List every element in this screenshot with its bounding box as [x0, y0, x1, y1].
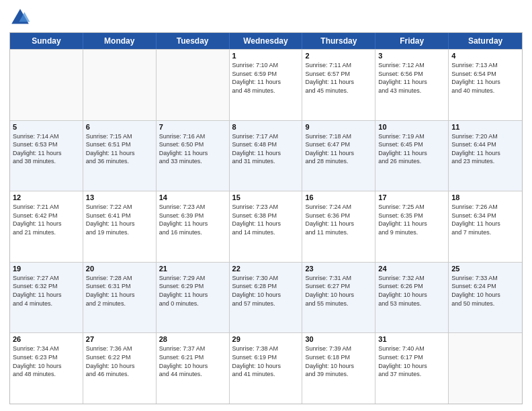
day-number: 27 — [86, 335, 153, 343]
calendar-cell-3-1: 12Sunrise: 7:21 AM Sunset: 6:42 PM Dayli… — [10, 191, 83, 262]
calendar-cell-4-3: 21Sunrise: 7:29 AM Sunset: 6:29 PM Dayli… — [157, 263, 230, 333]
day-number: 13 — [86, 193, 153, 201]
header-day-tuesday: Tuesday — [157, 33, 230, 49]
day-number: 21 — [159, 265, 226, 273]
day-number: 16 — [305, 193, 372, 201]
day-number: 10 — [378, 123, 445, 131]
day-info: Sunrise: 7:10 AM Sunset: 6:59 PM Dayligh… — [232, 61, 300, 95]
calendar-row-5: 26Sunrise: 7:34 AM Sunset: 6:23 PM Dayli… — [10, 332, 522, 404]
day-number: 20 — [86, 265, 153, 273]
day-number: 15 — [232, 193, 300, 201]
calendar-header: SundayMondayTuesdayWednesdayThursdayFrid… — [10, 33, 522, 49]
day-number: 18 — [451, 193, 519, 201]
day-info: Sunrise: 7:25 AM Sunset: 6:35 PM Dayligh… — [378, 203, 445, 236]
day-number: 31 — [378, 335, 445, 343]
calendar-cell-3-3: 14Sunrise: 7:23 AM Sunset: 6:39 PM Dayli… — [157, 191, 230, 262]
day-info: Sunrise: 7:14 AM Sunset: 6:53 PM Dayligh… — [13, 132, 80, 166]
day-info: Sunrise: 7:21 AM Sunset: 6:42 PM Dayligh… — [13, 203, 80, 236]
day-number: 9 — [305, 123, 372, 131]
calendar-cell-3-7: 18Sunrise: 7:26 AM Sunset: 6:34 PM Dayli… — [449, 191, 522, 262]
calendar-cell-2-3: 7Sunrise: 7:16 AM Sunset: 6:50 PM Daylig… — [157, 121, 230, 191]
calendar-cell-5-4: 29Sunrise: 7:38 AM Sunset: 6:19 PM Dayli… — [230, 333, 303, 404]
header — [9, 7, 523, 28]
calendar-cell-5-6: 31Sunrise: 7:40 AM Sunset: 6:17 PM Dayli… — [375, 333, 449, 404]
calendar-cell-4-2: 20Sunrise: 7:28 AM Sunset: 6:31 PM Dayli… — [83, 263, 157, 333]
calendar-cell-4-1: 19Sunrise: 7:27 AM Sunset: 6:32 PM Dayli… — [10, 263, 83, 333]
day-info: Sunrise: 7:15 AM Sunset: 6:51 PM Dayligh… — [86, 132, 153, 166]
day-info: Sunrise: 7:36 AM Sunset: 6:22 PM Dayligh… — [86, 345, 153, 378]
header-day-friday: Friday — [375, 33, 449, 49]
header-day-thursday: Thursday — [302, 33, 375, 49]
day-number: 28 — [159, 335, 226, 343]
day-number: 19 — [13, 265, 80, 273]
day-info: Sunrise: 7:27 AM Sunset: 6:32 PM Dayligh… — [13, 274, 80, 308]
calendar-cell-4-5: 23Sunrise: 7:31 AM Sunset: 6:27 PM Dayli… — [302, 263, 375, 333]
calendar-cell-2-6: 10Sunrise: 7:19 AM Sunset: 6:45 PM Dayli… — [375, 121, 449, 191]
day-info: Sunrise: 7:31 AM Sunset: 6:27 PM Dayligh… — [305, 274, 372, 308]
day-number: 24 — [378, 265, 445, 273]
calendar-cell-5-1: 26Sunrise: 7:34 AM Sunset: 6:23 PM Dayli… — [10, 333, 83, 404]
calendar-row-1: 1Sunrise: 7:10 AM Sunset: 6:59 PM Daylig… — [10, 49, 522, 120]
calendar-cell-4-6: 24Sunrise: 7:32 AM Sunset: 6:26 PM Dayli… — [375, 263, 449, 333]
header-day-monday: Monday — [83, 33, 157, 49]
day-number: 22 — [232, 265, 300, 273]
calendar-cell-5-7 — [449, 333, 522, 404]
calendar-cell-2-4: 8Sunrise: 7:17 AM Sunset: 6:48 PM Daylig… — [230, 121, 303, 191]
day-number: 26 — [13, 335, 80, 343]
calendar-cell-1-3 — [157, 50, 230, 120]
day-number: 30 — [305, 335, 372, 343]
day-number: 25 — [451, 265, 519, 273]
day-number: 17 — [378, 193, 445, 201]
day-info: Sunrise: 7:29 AM Sunset: 6:29 PM Dayligh… — [159, 274, 226, 308]
day-info: Sunrise: 7:12 AM Sunset: 6:56 PM Dayligh… — [378, 61, 445, 95]
day-info: Sunrise: 7:11 AM Sunset: 6:57 PM Dayligh… — [305, 61, 372, 95]
calendar-cell-1-1 — [10, 50, 83, 120]
calendar-cell-1-5: 2Sunrise: 7:11 AM Sunset: 6:57 PM Daylig… — [302, 50, 375, 120]
header-day-sunday: Sunday — [10, 33, 83, 49]
day-info: Sunrise: 7:16 AM Sunset: 6:50 PM Dayligh… — [159, 132, 226, 166]
day-info: Sunrise: 7:23 AM Sunset: 6:38 PM Dayligh… — [232, 203, 300, 236]
day-info: Sunrise: 7:30 AM Sunset: 6:28 PM Dayligh… — [232, 274, 300, 308]
header-day-wednesday: Wednesday — [230, 33, 303, 49]
day-number: 6 — [86, 123, 153, 131]
calendar-cell-4-7: 25Sunrise: 7:33 AM Sunset: 6:24 PM Dayli… — [449, 263, 522, 333]
day-number: 29 — [232, 335, 300, 343]
calendar-cell-1-4: 1Sunrise: 7:10 AM Sunset: 6:59 PM Daylig… — [230, 50, 303, 120]
calendar-cell-1-6: 3Sunrise: 7:12 AM Sunset: 6:56 PM Daylig… — [375, 50, 449, 120]
calendar-cell-5-2: 27Sunrise: 7:36 AM Sunset: 6:22 PM Dayli… — [83, 333, 157, 404]
calendar-cell-2-5: 9Sunrise: 7:18 AM Sunset: 6:47 PM Daylig… — [302, 121, 375, 191]
day-info: Sunrise: 7:37 AM Sunset: 6:21 PM Dayligh… — [159, 345, 226, 378]
calendar-cell-4-4: 22Sunrise: 7:30 AM Sunset: 6:28 PM Dayli… — [230, 263, 303, 333]
day-number: 5 — [13, 123, 80, 131]
calendar-cell-3-2: 13Sunrise: 7:22 AM Sunset: 6:41 PM Dayli… — [83, 191, 157, 262]
calendar-row-4: 19Sunrise: 7:27 AM Sunset: 6:32 PM Dayli… — [10, 262, 522, 333]
calendar-cell-3-4: 15Sunrise: 7:23 AM Sunset: 6:38 PM Dayli… — [230, 191, 303, 262]
day-info: Sunrise: 7:18 AM Sunset: 6:47 PM Dayligh… — [305, 132, 372, 166]
calendar-cell-1-2 — [83, 50, 157, 120]
day-info: Sunrise: 7:38 AM Sunset: 6:19 PM Dayligh… — [232, 345, 300, 378]
day-info: Sunrise: 7:22 AM Sunset: 6:41 PM Dayligh… — [86, 203, 153, 236]
day-number: 23 — [305, 265, 372, 273]
day-number: 2 — [305, 52, 372, 60]
day-info: Sunrise: 7:23 AM Sunset: 6:39 PM Dayligh… — [159, 203, 226, 236]
calendar-cell-2-7: 11Sunrise: 7:20 AM Sunset: 6:44 PM Dayli… — [449, 121, 522, 191]
page: SundayMondayTuesdayWednesdayThursdayFrid… — [0, 0, 532, 411]
day-info: Sunrise: 7:24 AM Sunset: 6:36 PM Dayligh… — [305, 203, 372, 236]
day-number: 14 — [159, 193, 226, 201]
day-number: 4 — [451, 52, 519, 60]
day-info: Sunrise: 7:33 AM Sunset: 6:24 PM Dayligh… — [451, 274, 519, 308]
logo-icon — [9, 7, 31, 28]
calendar-cell-5-3: 28Sunrise: 7:37 AM Sunset: 6:21 PM Dayli… — [157, 333, 230, 404]
day-info: Sunrise: 7:34 AM Sunset: 6:23 PM Dayligh… — [13, 345, 80, 378]
calendar-cell-2-1: 5Sunrise: 7:14 AM Sunset: 6:53 PM Daylig… — [10, 121, 83, 191]
day-info: Sunrise: 7:19 AM Sunset: 6:45 PM Dayligh… — [378, 132, 445, 166]
logo — [9, 7, 34, 28]
day-info: Sunrise: 7:39 AM Sunset: 6:18 PM Dayligh… — [305, 345, 372, 378]
day-info: Sunrise: 7:20 AM Sunset: 6:44 PM Dayligh… — [451, 132, 519, 166]
calendar-row-2: 5Sunrise: 7:14 AM Sunset: 6:53 PM Daylig… — [10, 120, 522, 191]
day-number: 11 — [451, 123, 519, 131]
day-number: 3 — [378, 52, 445, 60]
day-info: Sunrise: 7:13 AM Sunset: 6:54 PM Dayligh… — [451, 61, 519, 95]
calendar-row-3: 12Sunrise: 7:21 AM Sunset: 6:42 PM Dayli… — [10, 191, 522, 262]
day-info: Sunrise: 7:17 AM Sunset: 6:48 PM Dayligh… — [232, 132, 300, 166]
